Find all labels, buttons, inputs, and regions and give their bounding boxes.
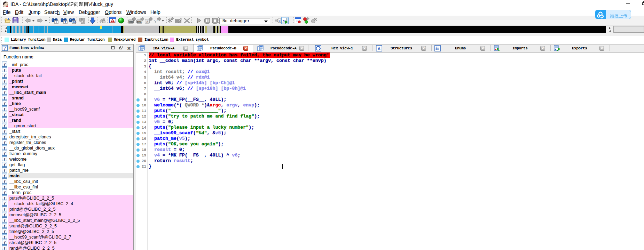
svg-text:c: c — [283, 19, 285, 23]
svg-text:‘s’: ‘s’ — [154, 19, 158, 23]
svg-text:CODE: CODE — [129, 21, 133, 23]
svg-text:101: 101 — [71, 21, 76, 24]
svg-text:T: T — [64, 21, 66, 24]
svg-text:DATA: DATA — [137, 21, 142, 23]
svg-text:c: c — [278, 19, 280, 23]
svg-text:#: # — [55, 21, 57, 24]
svg-text:A: A — [378, 47, 380, 51]
svg-text:A: A — [146, 20, 149, 23]
